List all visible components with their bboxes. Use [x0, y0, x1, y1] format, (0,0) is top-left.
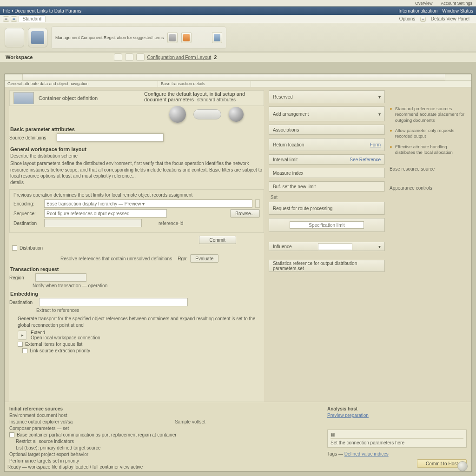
section-workspace-layout: General workspace form layout	[10, 146, 264, 152]
menu-link-options[interactable]: Options	[396, 16, 419, 22]
ribbon-tool-2-icon[interactable]	[181, 32, 192, 43]
mid-seeref-link[interactable]: See Reference	[350, 157, 381, 162]
embed-dest-input[interactable]	[39, 298, 188, 306]
mid-row-measure[interactable]: Measure index	[269, 168, 385, 178]
ribbon-group-label: Management Component Registration for su…	[55, 35, 164, 40]
sequence-input[interactable]: Root figure references output expressed	[44, 209, 167, 218]
sub-header: Workspace Configuration and Form Layout …	[0, 52, 476, 62]
menu-link-details[interactable]: Details View Panel	[427, 16, 473, 22]
resolve-refs-text: Resolve references that contain unresolv…	[60, 256, 172, 261]
mid-form-link[interactable]: Form	[370, 142, 381, 147]
footer-panel: Initial reference sources Environment do…	[5, 402, 471, 471]
mid-row-reserved[interactable]: Reserved▾	[269, 90, 385, 103]
distribution-checkbox[interactable]	[12, 245, 17, 251]
titlebar-left: File • Document Links to Data Params	[3, 8, 81, 13]
footer-left-1: Environment document host	[9, 413, 313, 418]
section-embedding: Embedding	[10, 291, 264, 297]
spec-limit-input[interactable]: Specification limit	[290, 221, 364, 229]
field-label-source: Source definitions	[9, 135, 54, 140]
encoding-label: Encoding:	[13, 201, 41, 206]
commit-button[interactable]: Commit	[199, 236, 236, 244]
footer-tags-link[interactable]: Defined value indices	[344, 451, 389, 456]
external-queue-label: External items for queue list	[25, 342, 82, 347]
footer-container-label: Base container partial communication as …	[17, 432, 177, 437]
embed-dest-value: Extract to references	[36, 308, 264, 313]
topstrip-right: Account Settings	[441, 1, 472, 6]
ribbon-tool-3-icon[interactable]	[212, 32, 222, 43]
document-tab[interactable]	[22, 74, 445, 80]
mid-row-request[interactable]: Request for route processing	[269, 202, 385, 215]
subheader-breadcrumb[interactable]: Configuration and Form Layout	[147, 55, 212, 60]
destination-note: reference-id	[159, 221, 183, 226]
ribbon-cloud-icon[interactable]	[5, 28, 24, 47]
right-note-2: ●Allow parameter only requests recorded …	[390, 128, 467, 139]
window-top-strip: Overview Account Settings	[0, 0, 476, 7]
nav-refresh-icon[interactable]	[136, 53, 145, 61]
external-queue-checkbox[interactable]	[18, 342, 23, 347]
mid-row-add[interactable]: Add arrangement▾	[269, 106, 385, 121]
transport-description: Generate transport for the specified obj…	[18, 316, 263, 328]
ribbon-primary-icon[interactable]	[28, 28, 47, 47]
section-workspace-sub: Describe the distribution scheme	[10, 153, 264, 159]
overview-thumb-icon	[13, 92, 34, 104]
decor-sphere-1-icon	[169, 106, 186, 123]
footer-tags-line: Tags — Defined value indices	[327, 451, 467, 456]
nav-back-icon[interactable]	[114, 53, 122, 61]
panel-icon[interactable]	[420, 17, 426, 22]
mid-row-buf[interactable]: Buf. set the new limit	[269, 181, 385, 192]
footer-line-b: List (base): primary defined target sour…	[16, 445, 313, 450]
workspace-description: Since layout parameters define the distr…	[10, 160, 263, 185]
chevron-down-icon[interactable]: ▾	[378, 112, 381, 117]
evaluate-button[interactable]: Evaluate	[190, 254, 218, 263]
destination-input[interactable]	[44, 219, 142, 227]
chevron-down-icon[interactable]: ▾	[378, 94, 381, 99]
link-priority-label: Link source extraction priority	[30, 348, 90, 353]
footer-left-3: Composer parameters — set	[9, 426, 313, 431]
operation-group: Previous operation determines the set li…	[9, 189, 264, 233]
titlebar-mid: Internationalization	[398, 8, 437, 13]
work-area: General attribute data and object naviga…	[4, 73, 472, 472]
encoding-select[interactable]: Base transaction display hierarchy — Pre…	[44, 199, 252, 208]
destination-label: Destination	[13, 221, 41, 226]
chevron-down-icon[interactable]: ▾	[378, 244, 381, 249]
column-header-row: General attribute data and object naviga…	[5, 81, 471, 87]
section-transaction: Transaction request	[10, 266, 264, 272]
mid-row-return[interactable]: Return locationForm	[269, 138, 385, 151]
influence-input[interactable]	[318, 243, 352, 250]
footer-right-heading: Analysis host	[327, 406, 467, 411]
mid-row-stats[interactable]: Statistics reference for output distribu…	[269, 260, 385, 272]
menu-tab-standard[interactable]: Standard	[19, 15, 46, 22]
notify-note: Notify when transaction — operation	[33, 283, 264, 288]
extend-play-icon[interactable]	[18, 331, 27, 340]
footer-container-checkbox[interactable]	[9, 432, 14, 437]
decor-oval-icon	[193, 109, 221, 119]
status-orb-icon	[457, 461, 468, 471]
link-priority-checkbox[interactable]	[22, 348, 27, 353]
subheader-badge: 2	[214, 54, 217, 60]
extend-label: Extend	[31, 330, 100, 335]
topstrip-left: Overview	[415, 1, 433, 6]
sequence-label: Sequence:	[13, 211, 41, 216]
column-header-2[interactable]: Base transaction details	[158, 81, 251, 87]
ribbon-toolbar: Management Component Registration for su…	[0, 23, 476, 52]
column-header-1[interactable]: General attribute data and object naviga…	[5, 81, 158, 87]
ribbon-tool-1-icon[interactable]	[167, 32, 178, 43]
right-label-base: Base resource source	[390, 166, 467, 172]
mid-row-assoc[interactable]: Associations	[269, 125, 385, 135]
footer-left-2: Instance output explorer vol/saSample vo…	[9, 419, 313, 424]
region-input[interactable]	[35, 273, 86, 282]
app-icon	[3, 16, 9, 22]
browse-button[interactable]: Browse...	[230, 209, 260, 218]
mid-row-spec[interactable]: Specification limit	[269, 218, 385, 232]
source-definitions-input[interactable]	[57, 133, 164, 142]
mid-row-influence[interactable]: Influence▾	[269, 242, 385, 251]
footer-right-link-1[interactable]: Preview preparation	[327, 413, 467, 418]
encoding-dropdown-icon[interactable]	[255, 199, 260, 208]
distribution-label: Distribution	[20, 245, 43, 251]
nav-fwd-icon[interactable]	[125, 53, 133, 61]
operation-group-title: Previous operation determines the set li…	[13, 192, 260, 198]
footer-line-c: Optional target project export behavior	[9, 452, 313, 457]
column-header-3[interactable]	[251, 81, 471, 87]
footer-left-heading: Initial reference sources	[9, 406, 313, 411]
mid-row-interval[interactable]: Interval limitSee Reference	[269, 154, 385, 165]
